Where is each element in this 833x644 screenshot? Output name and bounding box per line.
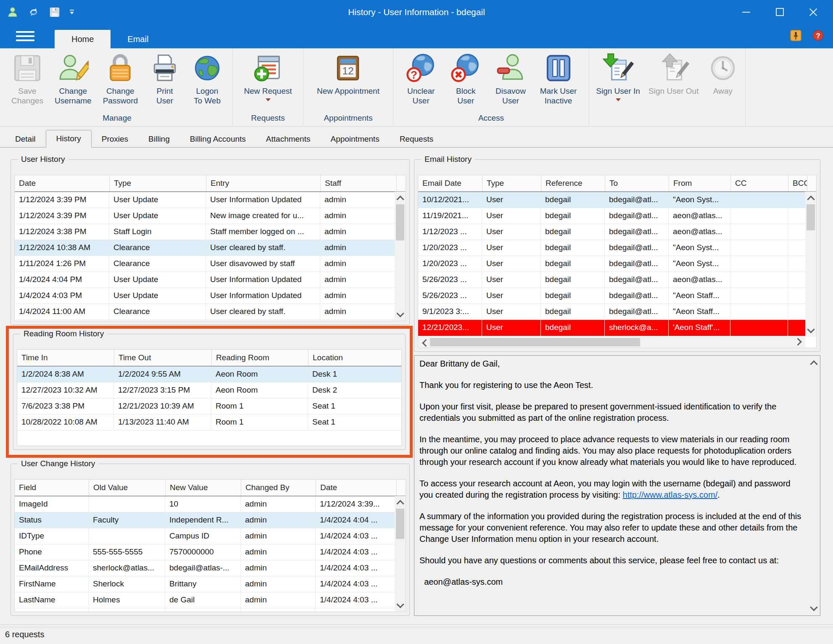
sync-icon[interactable] bbox=[28, 6, 40, 18]
table-row[interactable]: 1/4/2024 11:00 AMClearanceUser cleared b… bbox=[15, 304, 395, 320]
unclear-user-button[interactable]: ?Unclear User bbox=[404, 52, 438, 106]
table-row[interactable]: 12/27/2023 10:32 AM12/27/2023 3:15 PMAeo… bbox=[17, 383, 401, 399]
scroll-down-icon[interactable] bbox=[808, 603, 819, 614]
column-header-type[interactable]: Type bbox=[109, 175, 206, 191]
tab-billing-accounts[interactable]: Billing Accounts bbox=[180, 131, 256, 148]
pin-icon[interactable] bbox=[790, 30, 801, 41]
user-change-vertical-scrollbar[interactable] bbox=[395, 496, 406, 612]
column-header-from[interactable]: From bbox=[669, 175, 730, 191]
dropdown-caret-icon[interactable] bbox=[266, 98, 271, 101]
sign-user-in-button[interactable]: Sign User In bbox=[594, 52, 642, 102]
table-row[interactable]: ImageId10admin1/12/2024 3:39... bbox=[15, 496, 395, 512]
table-row[interactable]: 5/26/2023 ...Userbdegailbdegail@atl...ae… bbox=[418, 272, 805, 288]
table-row[interactable]: 1/2/2024 8:38 AM1/2/2024 9:55 AMAeon Roo… bbox=[17, 367, 401, 383]
scroll-up-icon[interactable] bbox=[395, 193, 406, 203]
table-row[interactable]: 11/19/2021...Userbdegailbdegail@atl...ae… bbox=[418, 208, 805, 224]
table-row[interactable]: IDTypeCampus IDadmin1/4/2024 4:03 ... bbox=[15, 528, 395, 544]
user-history-vertical-scrollbar[interactable] bbox=[395, 192, 406, 321]
column-header-type[interactable]: Type bbox=[482, 175, 541, 191]
scroll-up-icon[interactable] bbox=[805, 193, 816, 203]
tab-history[interactable]: History bbox=[46, 130, 92, 148]
column-header-to[interactable]: To bbox=[605, 175, 669, 191]
column-header-reference[interactable]: Reference bbox=[541, 175, 605, 191]
ribbon-tab-home[interactable]: Home bbox=[55, 30, 111, 48]
column-header-new-value[interactable]: New Value bbox=[165, 480, 241, 496]
table-row[interactable]: StatusFacultyIndependent R...admin1/4/20… bbox=[15, 512, 395, 528]
scrollbar-thumb[interactable] bbox=[396, 509, 404, 539]
scroll-down-icon[interactable] bbox=[395, 309, 406, 320]
table-row[interactable]: 1/12/2024 3:39 PMUser UpdateUser Informa… bbox=[15, 192, 395, 208]
email-link[interactable]: http://www.atlas-sys.com/ bbox=[623, 490, 718, 499]
column-header-time-out[interactable]: Time Out bbox=[114, 350, 211, 366]
new-request-button[interactable]: New Request bbox=[242, 52, 293, 102]
email-preview-panel[interactable]: Dear Brittany de Gail,Thank you for regi… bbox=[414, 355, 820, 616]
table-row[interactable]: 10/28/2022 10:08 AM1/13/2023 11:40 AMRoo… bbox=[17, 414, 401, 430]
table-row[interactable]: EMailAddresssherlock@atlas...bdegail@atl… bbox=[15, 560, 395, 576]
dropdown-caret-icon[interactable] bbox=[616, 98, 621, 101]
menu-icon[interactable] bbox=[16, 31, 34, 41]
column-header-old-value[interactable]: Old Value bbox=[89, 480, 165, 496]
table-row[interactable]: CountryUnited Stat...bdegail1/5/2023 4:0… bbox=[15, 608, 395, 612]
email-history-vertical-scrollbar[interactable] bbox=[805, 192, 816, 337]
column-header-location[interactable]: Location bbox=[308, 350, 402, 366]
column-header-reading-room[interactable]: Reading Room bbox=[211, 350, 308, 366]
scroll-down-icon[interactable] bbox=[805, 325, 816, 336]
disavow-user-button[interactable]: Disavow User bbox=[493, 52, 528, 106]
tab-appointments[interactable]: Appointments bbox=[320, 131, 389, 148]
close-button[interactable] bbox=[809, 8, 818, 17]
block-user-button[interactable]: Block User bbox=[448, 52, 483, 106]
table-row[interactable]: 1/4/2024 4:04 PMUser UpdateUser Informat… bbox=[15, 272, 395, 288]
column-header-date[interactable]: Date bbox=[15, 175, 109, 191]
ribbon-tab-email[interactable]: Email bbox=[111, 30, 165, 48]
logon-to-web-button[interactable]: Logon To Web bbox=[190, 52, 224, 106]
table-row[interactable]: 9/1/2023 3:...Userbdegailbdegail@atl..."… bbox=[418, 304, 805, 320]
table-row[interactable]: 10/12/2021...Userbdegailbdegail@atl..."A… bbox=[418, 192, 805, 208]
tab-detail[interactable]: Detail bbox=[5, 131, 46, 148]
user-icon[interactable] bbox=[7, 6, 18, 18]
table-row[interactable]: 7/6/2023 3:38 PM12/21/2023 10:39 AMRoom … bbox=[17, 399, 401, 414]
table-row[interactable]: 1/20/2023 ...Userbdegailbdegail@atl..."A… bbox=[418, 240, 805, 256]
mark-user-inactive-button[interactable]: Mark User Inactive bbox=[538, 52, 579, 106]
tab-billing[interactable]: Billing bbox=[138, 131, 180, 148]
scroll-up-icon[interactable] bbox=[808, 357, 819, 368]
minimize-button[interactable] bbox=[741, 8, 751, 17]
print-user-button[interactable]: Print User bbox=[148, 52, 182, 106]
scrollbar-thumb[interactable] bbox=[396, 204, 404, 240]
column-header-bcc[interactable]: BCC bbox=[788, 175, 807, 191]
table-row[interactable]: 1/4/2024 4:03 PMUser UpdateUser Informat… bbox=[15, 288, 395, 304]
change-username-button[interactable]: Change Username bbox=[53, 52, 93, 106]
email-history-horizontal-scrollbar[interactable] bbox=[418, 337, 805, 348]
column-header-field[interactable]: Field bbox=[15, 480, 89, 496]
column-header-staff[interactable]: Staff bbox=[320, 175, 396, 191]
column-header-date[interactable]: Date bbox=[316, 480, 396, 496]
column-header-changed-by[interactable]: Changed By bbox=[241, 480, 316, 496]
maximize-button[interactable] bbox=[775, 8, 784, 17]
table-row[interactable]: 1/12/2024 3:39 PMUser UpdateNew image cr… bbox=[15, 208, 395, 224]
help-icon[interactable]: ? bbox=[812, 30, 824, 41]
table-row[interactable]: 1/12/2024 10:38 AMClearanceUser cleared … bbox=[15, 240, 395, 256]
save-icon[interactable] bbox=[49, 6, 61, 18]
scroll-right-icon[interactable] bbox=[793, 337, 804, 348]
column-header-time-in[interactable]: Time In bbox=[17, 350, 114, 366]
tab-proxies[interactable]: Proxies bbox=[92, 131, 138, 148]
column-header-entry[interactable]: Entry bbox=[206, 175, 320, 191]
scroll-left-icon[interactable] bbox=[419, 337, 430, 348]
table-row[interactable]: FirstNameSherlockBrittanyadmin1/4/2024 4… bbox=[15, 576, 395, 592]
scrollbar-thumb[interactable] bbox=[807, 204, 815, 230]
new-appointment-button[interactable]: 12New Appointment bbox=[315, 52, 381, 97]
table-row[interactable]: 5/26/2023 ...Userbdegailbdegail@atl..."A… bbox=[418, 288, 805, 304]
table-row[interactable]: 1/20/2023 ...Userbdegailbdegail@atl..."A… bbox=[418, 256, 805, 272]
table-row[interactable]: LastNameHolmesde Gailadmin1/4/2024 4:03 … bbox=[15, 592, 395, 608]
table-row[interactable]: Phone555-555-55557570000000admin1/4/2024… bbox=[15, 544, 395, 560]
column-header-cc[interactable]: CC bbox=[730, 175, 788, 191]
column-header-email-date[interactable]: Email Date bbox=[418, 175, 482, 191]
tab-requests[interactable]: Requests bbox=[390, 131, 443, 148]
table-row[interactable]: 1/11/2024 1:26 PMClearanceUser disavowed… bbox=[15, 256, 395, 272]
toolbar-dropdown-caret[interactable] bbox=[70, 10, 74, 14]
scrollbar-thumb[interactable] bbox=[430, 338, 640, 346]
email-preview-scrollbar[interactable] bbox=[808, 356, 819, 615]
tab-attachments[interactable]: Attachments bbox=[256, 131, 321, 148]
scroll-up-icon[interactable] bbox=[395, 497, 406, 508]
table-row[interactable]: 1/12/2024 3:38 PMStaff LoginStaff member… bbox=[15, 224, 395, 240]
change-password-button[interactable]: Change Password bbox=[101, 52, 140, 106]
